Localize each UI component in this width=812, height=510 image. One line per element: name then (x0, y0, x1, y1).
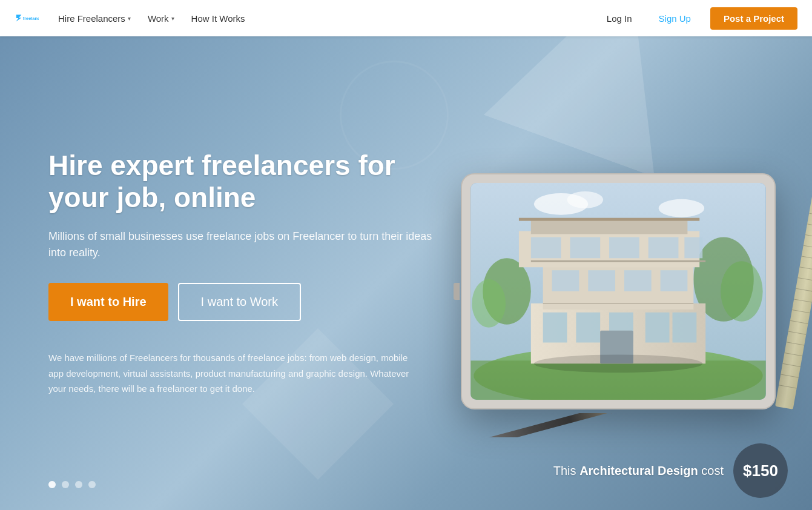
hero-left-panel: Hire expert freelancers for your job, on… (48, 150, 448, 396)
carousel-dot-3[interactable] (75, 481, 82, 488)
svg-rect-30 (519, 218, 699, 221)
svg-rect-23 (531, 237, 561, 259)
logo-link[interactable]: freelancer (15, 7, 39, 29)
hero-section: Hire expert freelancers for your job, on… (0, 0, 812, 510)
svg-rect-16 (645, 313, 670, 343)
ruler-body (775, 191, 812, 409)
tablet-frame (461, 173, 776, 409)
pen-svg (443, 413, 673, 437)
nav-how-it-works-link[interactable]: How It Works (191, 13, 245, 24)
hero-illustration (412, 186, 812, 396)
carousel-dot-4[interactable] (88, 481, 96, 488)
cost-suffix: cost (701, 464, 724, 477)
building-svg (470, 183, 766, 400)
hero-subtitle: Millions of small businesses use freelan… (48, 228, 448, 261)
nav-how-it-works-label: How It Works (191, 13, 245, 24)
svg-point-32 (567, 191, 603, 208)
hero-buttons: I want to Hire I want to Work (48, 283, 448, 321)
login-button[interactable]: Log In (599, 8, 639, 28)
nav-work-link[interactable]: Work ▾ (148, 13, 174, 24)
work-chevron-icon: ▾ (171, 15, 174, 22)
post-project-button[interactable]: Post a Project (710, 7, 797, 30)
svg-rect-21 (624, 270, 652, 291)
tablet-home-btn (454, 283, 460, 300)
svg-point-5 (721, 261, 763, 321)
svg-rect-25 (609, 237, 639, 259)
svg-rect-24 (570, 237, 600, 259)
cost-circle: $150 (733, 443, 788, 498)
carousel-dots (48, 481, 96, 488)
tablet-outer (461, 173, 776, 409)
carousel-dot-1[interactable] (48, 481, 56, 488)
nav-hire-link[interactable]: Hire Freelancers ▾ (58, 13, 131, 24)
nav-links: Hire Freelancers ▾ Work ▾ How It Works (58, 13, 245, 24)
carousel-dot-2[interactable] (62, 481, 69, 488)
want-to-hire-button[interactable]: I want to Hire (48, 283, 168, 321)
hero-description: We have millions of Freelancers for thou… (48, 350, 412, 397)
svg-rect-36 (609, 413, 613, 414)
cost-label: This Architectural Design cost (553, 464, 724, 478)
ruler-decoration (775, 191, 812, 409)
cost-amount: $150 (743, 462, 778, 480)
signup-button[interactable]: Sign Up (652, 8, 698, 28)
want-to-work-button[interactable]: I want to Work (178, 283, 301, 321)
hero-title: Hire expert freelancers for your job, on… (48, 150, 448, 214)
freelancer-logo-icon: freelancer (15, 7, 39, 29)
pen-decoration (443, 413, 673, 440)
svg-point-34 (534, 354, 702, 373)
svg-rect-27 (684, 237, 702, 259)
svg-rect-19 (552, 270, 579, 291)
hero-content: Hire expert freelancers for your job, on… (0, 150, 812, 396)
svg-marker-0 (16, 15, 21, 21)
svg-rect-12 (531, 219, 688, 234)
tablet-screen (470, 183, 766, 400)
svg-rect-22 (661, 270, 688, 291)
navbar: freelancer Hire Freelancers ▾ Work ▾ How… (0, 0, 812, 36)
cost-prefix: This (553, 464, 576, 477)
nav-work-label: Work (148, 13, 169, 24)
svg-point-33 (659, 199, 705, 217)
cost-highlight: Architectural Design (579, 464, 698, 477)
svg-rect-26 (649, 237, 679, 259)
navbar-left: freelancer Hire Freelancers ▾ Work ▾ How… (15, 7, 245, 29)
svg-rect-20 (588, 270, 615, 291)
svg-text:freelancer: freelancer (23, 16, 39, 21)
cost-badge: This Architectural Design cost $150 (553, 443, 788, 498)
nav-hire-label: Hire Freelancers (58, 13, 125, 24)
svg-rect-17 (673, 313, 697, 343)
hire-chevron-icon: ▾ (128, 15, 131, 22)
svg-point-6 (472, 279, 506, 328)
navbar-right: Log In Sign Up Post a Project (599, 7, 797, 30)
svg-rect-14 (576, 313, 600, 343)
svg-rect-35 (457, 413, 645, 437)
svg-rect-13 (543, 313, 567, 343)
